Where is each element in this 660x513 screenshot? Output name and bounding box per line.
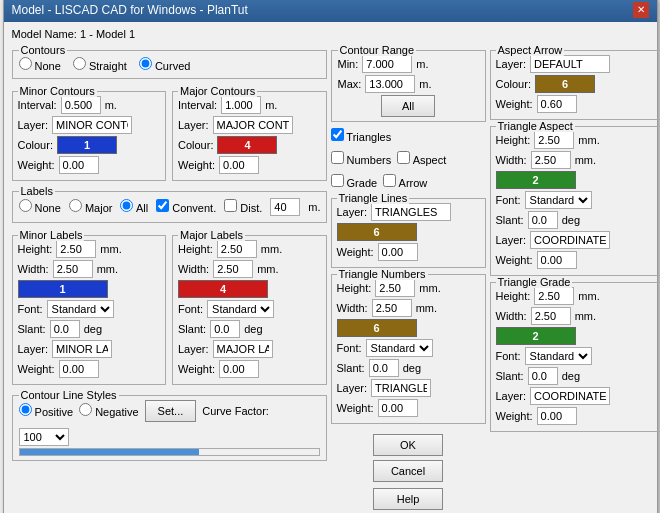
- ta-font-select[interactable]: Standard: [525, 191, 592, 209]
- ta-height[interactable]: [534, 131, 574, 149]
- tn-slant[interactable]: [369, 359, 399, 377]
- tn-weight[interactable]: [378, 399, 418, 417]
- tl-weight-input[interactable]: [378, 243, 418, 261]
- chk-triangles[interactable]: [331, 128, 344, 141]
- major-labels-weight[interactable]: [219, 360, 259, 378]
- labels-group: Labels None Major All Convent. Dist. m.: [12, 191, 327, 223]
- labels-dist-checkbox[interactable]: [224, 199, 237, 212]
- chk-aspect-label[interactable]: Aspect: [397, 151, 446, 166]
- tg-width[interactable]: [531, 307, 571, 325]
- minor-colour-label: Colour:: [18, 139, 53, 151]
- major-labels-slant[interactable]: [210, 320, 240, 338]
- chk-arrow[interactable]: [383, 174, 396, 187]
- labels-all-radio[interactable]: [120, 199, 133, 212]
- cr-all-button[interactable]: All: [381, 95, 435, 117]
- labels-dist-label[interactable]: Dist.: [224, 199, 262, 214]
- ta-layer[interactable]: [530, 231, 610, 249]
- minor-labels-slant[interactable]: [50, 320, 80, 338]
- minor-labels-colour-btn[interactable]: 1: [18, 280, 108, 298]
- major-weight-input[interactable]: [219, 156, 259, 174]
- labels-convent-label[interactable]: Convent.: [156, 199, 216, 214]
- minor-labels-height[interactable]: [56, 240, 96, 258]
- cls-positive-radio[interactable]: [19, 403, 32, 416]
- tl-layer-input[interactable]: [371, 203, 451, 221]
- triangle-aspect-group: Triangle Aspect Height:mm. Width:mm. 2 F…: [490, 126, 661, 276]
- minor-labels-weight[interactable]: [59, 360, 99, 378]
- minor-weight-input[interactable]: [59, 156, 99, 174]
- aa-weight[interactable]: [537, 95, 577, 113]
- tn-height[interactable]: [375, 279, 415, 297]
- ta-weight[interactable]: [537, 251, 577, 269]
- cls-negative-radio[interactable]: [79, 403, 92, 416]
- minor-labels-layer[interactable]: [52, 340, 112, 358]
- contours-curved-label[interactable]: Curved: [139, 57, 191, 72]
- chk-triangles-label[interactable]: Triangles: [331, 128, 392, 143]
- major-colour-btn[interactable]: 4: [217, 136, 277, 154]
- tn-font-select[interactable]: Standard: [366, 339, 433, 357]
- chk-grade[interactable]: [331, 174, 344, 187]
- minor-layer-input[interactable]: [52, 116, 132, 134]
- tn-layer[interactable]: [371, 379, 431, 397]
- tg-slant[interactable]: [528, 367, 558, 385]
- major-labels-layer[interactable]: [213, 340, 273, 358]
- major-interval-input[interactable]: [221, 96, 261, 114]
- labels-none-label[interactable]: None: [19, 199, 61, 214]
- minor-interval-input[interactable]: [61, 96, 101, 114]
- tg-height[interactable]: [534, 287, 574, 305]
- chk-grade-label[interactable]: Grade: [331, 174, 378, 189]
- contours-none-label[interactable]: None: [19, 57, 61, 72]
- tg-layer[interactable]: [530, 387, 610, 405]
- chk-numbers-label[interactable]: Numbers: [331, 151, 392, 166]
- tn-width[interactable]: [372, 299, 412, 317]
- major-layer-input[interactable]: [213, 116, 293, 134]
- major-labels-height[interactable]: [217, 240, 257, 258]
- cr-max-input[interactable]: [365, 75, 415, 93]
- contours-straight-label[interactable]: Straight: [73, 57, 127, 72]
- aa-colour-btn[interactable]: 6: [535, 75, 595, 93]
- cls-negative-label[interactable]: Negative: [79, 403, 138, 418]
- help-button[interactable]: Help: [373, 488, 443, 510]
- major-labels-colour-btn[interactable]: 4: [178, 280, 268, 298]
- major-contours-title: Major Contours: [178, 85, 257, 97]
- ok-button[interactable]: OK: [373, 434, 443, 456]
- contours-none-radio[interactable]: [19, 57, 32, 70]
- cancel-button[interactable]: Cancel: [373, 460, 443, 482]
- ta-width[interactable]: [531, 151, 571, 169]
- cls-curvefactor-select[interactable]: 100: [19, 428, 69, 446]
- tl-colour-btn[interactable]: 6: [337, 223, 417, 241]
- major-layer-label: Layer:: [178, 119, 209, 131]
- tg-weight[interactable]: [537, 407, 577, 425]
- major-labels-width[interactable]: [213, 260, 253, 278]
- major-labels-group: Major Labels Height:mm. Width:mm. 4 Font…: [172, 235, 327, 385]
- major-labels-font-select[interactable]: Standard: [207, 300, 274, 318]
- labels-all-label[interactable]: All: [120, 199, 148, 214]
- minor-labels-title: Minor Labels: [18, 229, 85, 241]
- cr-min-input[interactable]: [362, 55, 412, 73]
- major-colour-label: Colour:: [178, 139, 213, 151]
- contours-curved-radio[interactable]: [139, 57, 152, 70]
- minor-contours-group: Minor Contours Interval: m. Layer: Colou…: [12, 91, 167, 181]
- cls-positive-label[interactable]: Positive: [19, 403, 74, 418]
- triangle-numbers-group: Triangle Numbers Height:mm. Width:mm. 6 …: [331, 274, 486, 424]
- tn-colour-btn[interactable]: 6: [337, 319, 417, 337]
- labels-major-label[interactable]: Major: [69, 199, 113, 214]
- ta-slant[interactable]: [528, 211, 558, 229]
- chk-aspect[interactable]: [397, 151, 410, 164]
- close-button[interactable]: ✕: [633, 2, 649, 18]
- labels-convent-checkbox[interactable]: [156, 199, 169, 212]
- aa-layer[interactable]: [530, 55, 610, 73]
- tg-colour-btn[interactable]: 2: [496, 327, 576, 345]
- contours-straight-radio[interactable]: [73, 57, 86, 70]
- chk-numbers[interactable]: [331, 151, 344, 164]
- labels-dist-input[interactable]: [270, 198, 300, 216]
- minor-labels-width[interactable]: [53, 260, 93, 278]
- cls-set-button[interactable]: Set...: [145, 400, 197, 422]
- ta-colour-btn[interactable]: 2: [496, 171, 576, 189]
- chk-arrow-label[interactable]: Arrow: [383, 174, 427, 189]
- minor-colour-btn[interactable]: 1: [57, 136, 117, 154]
- tg-font-select[interactable]: Standard: [525, 347, 592, 365]
- minor-labels-font-select[interactable]: Standard: [47, 300, 114, 318]
- labels-major-radio[interactable]: [69, 199, 82, 212]
- labels-none-radio[interactable]: [19, 199, 32, 212]
- contour-line-styles-title: Contour Line Styles: [19, 389, 119, 401]
